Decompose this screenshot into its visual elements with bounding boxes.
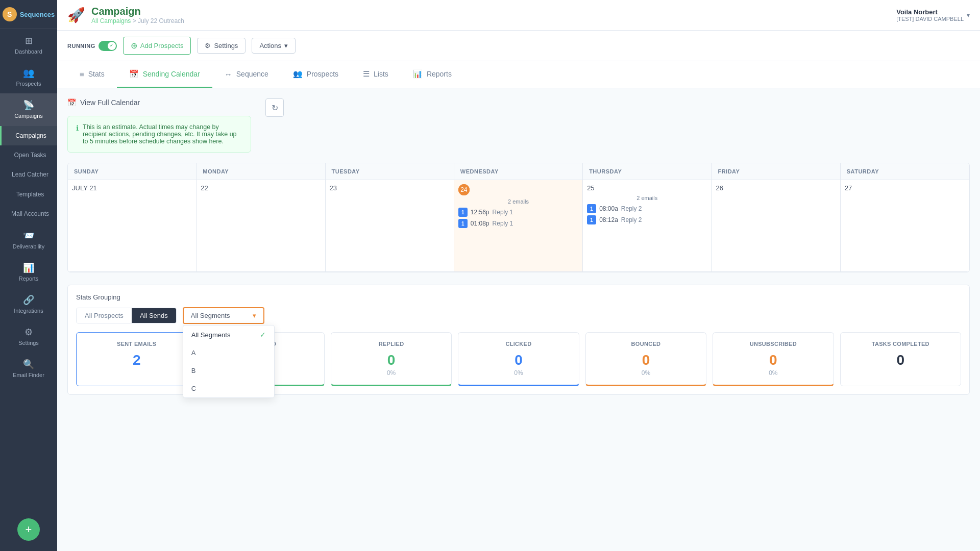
clicked-pct: 0%: [464, 369, 572, 377]
wed-time-2: 01:08p: [471, 220, 489, 227]
stat-card-replied: REPLIED 0 0%: [331, 332, 452, 386]
segment-option-all[interactable]: All Segments ✓: [183, 325, 274, 344]
view-full-calendar-link[interactable]: 📅 View Full Calendar: [67, 98, 251, 107]
thu-email-count: 2 emails: [587, 195, 707, 201]
reports-tab-icon: 📊: [413, 69, 423, 79]
thu-time-2: 08:12a: [599, 216, 618, 223]
stat-card-sent-emails: SENT EMAILS 2: [76, 332, 197, 386]
sidebar-item-email-finder[interactable]: 🔍 Email Finder: [0, 353, 57, 385]
stats-icon: ≡: [80, 70, 84, 79]
segment-option-b[interactable]: B: [183, 362, 274, 380]
sidebar-item-settings[interactable]: ⚙ Settings: [0, 320, 57, 353]
sidebar-sub-label: Campaigns: [15, 132, 46, 139]
segment-dropdown-button[interactable]: All Segments ▾: [183, 307, 264, 324]
breadcrumb-current: July 22 Outreach: [138, 17, 184, 24]
tab-prospects[interactable]: 👥 Prospects: [281, 61, 351, 88]
main-content: 🚀 Campaign All Campaigns > July 22 Outre…: [57, 0, 980, 551]
segment-option-c[interactable]: C: [183, 380, 274, 397]
thu-time-1: 08:00a: [599, 205, 618, 212]
main-tabs: ≡ Stats 📅 Sending Calendar ↔ Sequence 👥 …: [57, 61, 980, 88]
integrations-icon: 🔗: [23, 294, 34, 306]
tab-prospects-label: Prospects: [307, 70, 338, 78]
actions-button[interactable]: Actions ▾: [252, 38, 296, 54]
sidebar-item-mail-accounts[interactable]: Mail Accounts: [0, 204, 57, 223]
bounced-label: BOUNCED: [592, 341, 700, 347]
campaign-icon: 🚀: [67, 7, 85, 23]
segment-option-label: C: [191, 385, 196, 392]
all-sends-tab-btn[interactable]: All Sends: [132, 308, 176, 323]
sidebar-item-label: Email Finder: [13, 372, 44, 379]
sidebar-item-reports[interactable]: 📊 Reports: [0, 256, 57, 288]
email-finder-icon: 🔍: [23, 359, 34, 370]
deliverability-icon: 📨: [23, 230, 34, 241]
calendar-header-row: 📅 View Full Calendar ℹ This is an estima…: [67, 98, 970, 163]
cal-header-wednesday: WEDNESDAY: [454, 163, 583, 180]
tab-reports[interactable]: 📊 Reports: [401, 61, 464, 88]
user-area[interactable]: Voila Norbert [TEST] DAVID CAMPBELL ▾: [896, 8, 970, 22]
tab-stats-label: Stats: [88, 70, 105, 78]
campaign-info: Campaign All Campaigns > July 22 Outreac…: [91, 6, 184, 24]
all-prospects-tab-btn[interactable]: All Prospects: [77, 308, 132, 323]
sidebar-item-deliverability[interactable]: 📨 Deliverability: [0, 224, 57, 256]
thu-badge-1: 1: [587, 204, 596, 213]
bounced-value: 0: [592, 352, 700, 368]
tab-stats[interactable]: ≡ Stats: [67, 61, 117, 88]
sidebar-sub-label: Mail Accounts: [11, 210, 49, 217]
sidebar-item-campaigns[interactable]: Campaigns: [0, 126, 57, 145]
content-area: 📅 View Full Calendar ℹ This is an estima…: [57, 88, 980, 551]
segment-option-label: All Segments: [191, 331, 231, 339]
settings-label: Settings: [214, 42, 238, 49]
settings-gear-icon: ⚙: [205, 42, 211, 49]
cal-cell-wednesday: 24 2 emails 1 12:56p Reply 1 1 01:08p Re…: [454, 180, 583, 272]
stats-section: Stats Grouping All Prospects All Sends A…: [67, 285, 970, 395]
sidebar-item-dashboard[interactable]: ⊞ Dashboard: [0, 29, 57, 61]
tab-sending-calendar[interactable]: 📅 Sending Calendar: [117, 61, 212, 88]
reports-icon: 📊: [23, 262, 34, 273]
running-badge: RUNNING ✓: [67, 41, 117, 51]
cal-date-tuesday: 23: [330, 184, 450, 192]
stats-tab-toggle: All Prospects All Sends: [76, 308, 177, 323]
stats-grouping-label: Stats Grouping: [76, 293, 961, 301]
view-full-calendar-label: View Full Calendar: [80, 98, 140, 107]
calendar-header: SUNDAY MONDAY TUESDAY WEDNESDAY THURSDAY…: [68, 163, 969, 180]
actions-label: Actions: [259, 42, 281, 49]
segment-select: All Segments ▾ All Segments ✓ A B: [183, 307, 264, 324]
sidebar-item-label: Prospects: [16, 81, 41, 87]
sent-emails-label: SENT EMAILS: [83, 341, 190, 347]
add-prospects-button[interactable]: ⊕ Add Prospects: [123, 37, 191, 55]
sidebar-item-integrations[interactable]: 🔗 Integrations: [0, 288, 57, 320]
breadcrumb-link[interactable]: All Campaigns: [91, 17, 131, 24]
calendar-body: JULY 21 22 23 24 2 emails 1 12:56p: [68, 180, 969, 272]
sidebar-item-label: Settings: [18, 340, 39, 346]
toggle-knob: ✓: [108, 42, 116, 50]
dashboard-icon: ⊞: [25, 35, 33, 46]
tab-lists[interactable]: ☰ Lists: [351, 61, 401, 88]
refresh-button[interactable]: ↻: [265, 98, 284, 117]
top-header: 🚀 Campaign All Campaigns > July 22 Outre…: [57, 0, 980, 31]
running-toggle[interactable]: ✓: [99, 41, 117, 51]
settings-button[interactable]: ⚙ Settings: [197, 38, 246, 54]
add-icon: ⊕: [131, 41, 137, 51]
tasks-completed-label: TASKS COMPLETED: [847, 341, 954, 347]
unsubscribed-pct: 0%: [719, 369, 827, 377]
add-button[interactable]: +: [17, 518, 40, 541]
replied-value: 0: [337, 352, 445, 368]
cal-date-sunday: JULY 21: [72, 184, 192, 192]
sidebar-item-lead-catcher[interactable]: Lead Catcher: [0, 165, 57, 184]
sidebar-item-prospects[interactable]: 👥 Prospects: [0, 61, 57, 93]
tasks-completed-value: 0: [847, 352, 954, 368]
prospects-tab-icon: 👥: [293, 69, 303, 79]
info-icon: ℹ: [76, 124, 79, 132]
tab-sequence[interactable]: ↔ Sequence: [212, 61, 281, 88]
segment-option-a[interactable]: A: [183, 344, 274, 362]
sidebar-item-open-tasks[interactable]: Open Tasks: [0, 145, 57, 165]
sidebar-logo[interactable]: S Sequences: [0, 0, 57, 29]
calendar-icon: 📅: [129, 69, 139, 79]
sidebar-item-campaigns-parent[interactable]: 📡 Campaigns: [0, 93, 57, 126]
replied-pct: 0%: [337, 369, 445, 377]
clicked-value: 0: [464, 352, 572, 368]
bounced-pct: 0%: [592, 369, 700, 377]
sidebar-item-label: Integrations: [14, 308, 43, 314]
sidebar-sub-label: Open Tasks: [14, 152, 46, 159]
sidebar-item-templates[interactable]: Templates: [0, 185, 57, 204]
